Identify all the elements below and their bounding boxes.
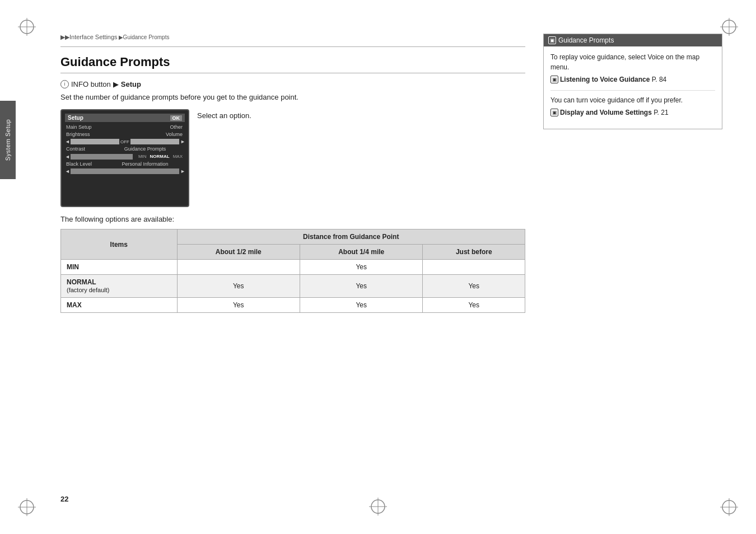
side-tab-label: System Setup [4, 119, 11, 161]
table-row-min-col2: Yes [300, 260, 422, 275]
table-row-normal-col2: Yes [300, 275, 422, 298]
screen-row-1: Main Setup Other [65, 124, 185, 130]
corner-mark-tl [17, 17, 37, 37]
panel-link2-page: P. 21 [652, 109, 669, 116]
table-row: MIN Yes [61, 260, 525, 275]
page-title: Guidance Prompts [60, 55, 525, 69]
screen-label-main: Main Setup [65, 124, 105, 130]
description-text: Set the number of guidance prompts befor… [60, 93, 525, 101]
screen-area: Setup OK Main Setup Other Brightness Vol… [60, 109, 525, 207]
volume-bar [130, 139, 179, 144]
screen-title: Setup [68, 115, 83, 121]
breadcrumb-arrow: ▶Guidance Prompts [119, 34, 170, 40]
guidance-table: Items Distance from Guidance Point About… [60, 229, 525, 313]
caption-text: Select an option. [197, 109, 251, 120]
screen-row-blacklevel-bar: ◄ ► [65, 168, 185, 174]
guidance-options: MIN NORMAL MAX [136, 153, 185, 160]
brightness-bar [71, 139, 119, 144]
right-panel-box: ▣ Guidance Prompts To replay voice guida… [543, 34, 722, 129]
option-min: MIN [138, 154, 147, 159]
info-line: i INFO button ▶ Setup [60, 80, 525, 88]
panel-body-text1: To replay voice guidance, select Voice o… [550, 52, 715, 72]
info-arrow: ▶ [113, 80, 119, 88]
table-subheader-half-mile: About 1/2 mile [177, 245, 300, 260]
right-panel-body: To replay voice guidance, select Voice o… [544, 46, 722, 129]
panel-link2-icon: ▣ [550, 109, 558, 116]
corner-mark-br [719, 497, 739, 517]
breadcrumb-item-1: ▶▶Interface Settings [60, 34, 118, 41]
panel-header-text: Guidance Prompts [558, 36, 614, 44]
screen-right-arrow-3: ► [180, 168, 185, 174]
panel-link1: ▣ Listening to Voice Guidance P. 84 [550, 74, 715, 85]
panel-link2: ▣ Display and Volume Settings P. 21 [550, 107, 715, 118]
table-row: MAX Yes Yes Yes [61, 298, 525, 313]
screen-row-contrast-bar: ◄ MIN NORMAL MAX [65, 153, 185, 160]
contrast-bar [71, 154, 133, 160]
screen-label-blacklevel: Black Level [65, 161, 105, 167]
table-row: NORMAL (factory default) Yes Yes Yes [61, 275, 525, 298]
right-panel-header: ▣ Guidance Prompts [544, 34, 722, 46]
panel-header-icon: ▣ [548, 36, 556, 44]
hr-top [60, 46, 525, 47]
screen-off-label: OFF [120, 139, 129, 144]
panel-link1-text: Listening to Voice Guidance P. 84 [560, 74, 666, 85]
table-row-min-col3 [423, 260, 525, 275]
table-row-max-col1: Yes [177, 298, 300, 313]
table-row-max-col3: Yes [423, 298, 525, 313]
screen-row-contrast: Contrast Guidance Prompts [65, 146, 185, 152]
info-bold-text: Setup [121, 80, 141, 88]
screen-left-arrow-3: ◄ [65, 168, 69, 174]
panel-link1-page: P. 84 [650, 76, 666, 83]
following-text: The following options are available: [60, 215, 525, 223]
table-subheader-just-before: Just before [423, 245, 525, 260]
main-content: ▶▶Interface Settings ▶Guidance Prompts G… [60, 34, 525, 313]
table-row-min-label: MIN [61, 260, 178, 275]
panel-divider [550, 90, 715, 91]
table-row-min-col1 [177, 260, 300, 275]
brightness-bar-container [71, 139, 119, 144]
table-items-header: Items [61, 229, 178, 260]
screen-guidance-prompts-label: Guidance Prompts [105, 146, 185, 152]
screen-row-blacklevel: Black Level Personal Information [65, 161, 185, 167]
table-row-max-label: MAX [61, 298, 178, 313]
table-row-max-col2: Yes [300, 298, 422, 313]
screen-other: Other [105, 124, 185, 130]
panel-link1-icon: ▣ [550, 76, 558, 83]
screen-label-brightness: Brightness [65, 132, 105, 137]
option-max: MAX [173, 154, 183, 159]
side-tab: System Setup [0, 101, 16, 179]
table-distance-header: Distance from Guidance Point [177, 229, 525, 245]
hr-sub [60, 73, 525, 73]
page-number: 22 [60, 495, 68, 503]
panel-body-text2: You can turn voice guidance off if you p… [550, 95, 715, 105]
info-icon: i [60, 80, 69, 88]
table-header-row: Items Distance from Guidance Point [61, 229, 525, 245]
device-screen: Setup OK Main Setup Other Brightness Vol… [60, 109, 189, 207]
screen-left-arrow-2: ◄ [65, 154, 69, 160]
screen-personal-info: Personal Information [105, 161, 185, 167]
table-row-normal-sublabel: (factory default) [67, 287, 109, 293]
table-row-normal-label: NORMAL (factory default) [61, 275, 178, 298]
panel-link1-bold: Listening to Voice Guidance [560, 76, 650, 83]
option-normal: NORMAL [150, 154, 170, 159]
table-row-normal-col3: Yes [423, 275, 525, 298]
blacklevel-bar [71, 168, 179, 174]
screen-title-bar: Setup OK [65, 114, 185, 122]
corner-mark-bl [17, 497, 37, 517]
breadcrumb: ▶▶Interface Settings ▶Guidance Prompts [60, 34, 525, 41]
screen-volume-label: Volume [105, 132, 185, 137]
screen-left-arrow-1: ◄ [65, 139, 69, 144]
right-panel: ▣ Guidance Prompts To replay voice guida… [543, 34, 722, 129]
info-text-before: INFO button [71, 80, 111, 88]
screen-row-brightness-bar: ◄ OFF ► [65, 139, 185, 144]
screen-label-contrast: Contrast [65, 146, 105, 152]
bottom-center-mark [368, 496, 388, 518]
panel-link2-text: Display and Volume Settings P. 21 [560, 107, 669, 118]
table-subheader-quarter-mile: About 1/4 mile [300, 245, 422, 260]
screen-row-brightness: Brightness Volume [65, 132, 185, 137]
panel-link2-bold: Display and Volume Settings [560, 109, 652, 116]
table-row-normal-col1: Yes [177, 275, 300, 298]
screen-ok-button[interactable]: OK [170, 115, 183, 121]
screen-right-arrow-1: ► [180, 139, 185, 144]
